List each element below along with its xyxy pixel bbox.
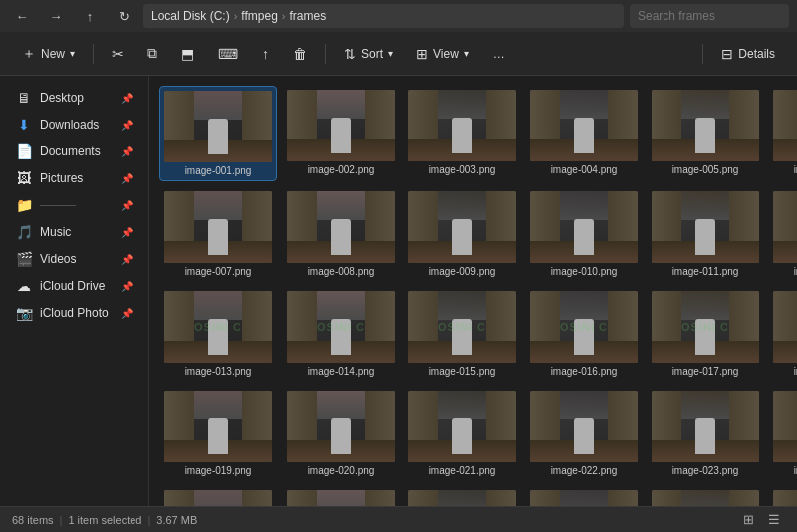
file-thumbnail: OSINI C: [652, 291, 759, 363]
file-thumbnail: [408, 191, 516, 263]
file-item[interactable]: image-026.png: [283, 486, 398, 506]
file-thumbnail: [530, 90, 638, 161]
file-item[interactable]: image-008.png: [283, 187, 398, 281]
file-name: image-011.png: [652, 266, 759, 277]
file-item[interactable]: image-025.png: [159, 486, 277, 506]
file-name: image-007.png: [163, 266, 273, 277]
icloud-drive-icon: ☁: [16, 278, 32, 294]
view-button[interactable]: ⊞ View ▾: [406, 38, 479, 70]
paste-icon: ⬒: [181, 46, 194, 62]
details-button[interactable]: ⊟ Details: [711, 38, 785, 70]
sidebar-item-pictures[interactable]: 🖼 Pictures 📌: [4, 165, 144, 191]
file-area[interactable]: image-001.png image-002.png im: [149, 76, 797, 506]
file-name: image-010.png: [530, 266, 638, 277]
toolbar: ＋ New ▾ ✂ ⧉ ⬒ ⌨ ↑ 🗑 ⇅ Sort ▾ ⊞ View ▾ … …: [0, 32, 797, 76]
file-thumbnail: [652, 90, 759, 161]
sidebar-item-blank[interactable]: 📁 ——— 📌: [4, 192, 144, 218]
file-thumbnail: [773, 391, 797, 462]
file-item[interactable]: image-006.png: [769, 86, 797, 181]
file-item[interactable]: image-007.png: [159, 187, 277, 281]
file-item[interactable]: OSINI C image-016.png: [526, 287, 642, 381]
file-thumbnail: OSINI C: [164, 291, 272, 363]
file-thumbnail: [164, 490, 272, 506]
file-item[interactable]: image-022.png: [526, 387, 642, 480]
breadcrumb-sep: ›: [234, 10, 238, 22]
refresh-button[interactable]: ↻: [110, 4, 137, 28]
file-item[interactable]: image-012.png: [769, 187, 797, 281]
paste-button[interactable]: ⬒: [171, 38, 204, 70]
file-thumbnail: [773, 191, 797, 263]
file-item[interactable]: image-027.png: [404, 486, 520, 506]
file-name: image-009.png: [408, 266, 516, 277]
file-thumbnail: [652, 391, 759, 462]
sidebar-item-documents[interactable]: 📄 Documents 📌: [4, 138, 144, 164]
delete-icon: 🗑: [293, 46, 307, 62]
file-item[interactable]: OSINI C image-015.png: [404, 287, 520, 381]
file-name: image-021.png: [408, 465, 516, 476]
rename-button[interactable]: ⌨: [208, 38, 248, 70]
toolbar-separator: [93, 44, 94, 64]
file-item[interactable]: OSINI C image-018.png: [769, 287, 797, 381]
file-thumbnail: [530, 191, 638, 263]
breadcrumb[interactable]: Local Disk (C:) › ffmpeg › frames: [143, 4, 624, 28]
file-item[interactable]: image-020.png: [283, 387, 398, 480]
toolbar-separator: [702, 44, 703, 64]
file-item[interactable]: OSINI C image-017.png: [648, 287, 763, 381]
new-button[interactable]: ＋ New ▾: [12, 38, 85, 70]
share-icon: ↑: [262, 46, 269, 62]
file-item[interactable]: image-021.png: [404, 387, 520, 480]
copy-button[interactable]: ⧉: [137, 38, 167, 70]
back-button[interactable]: ←: [8, 4, 36, 28]
file-thumbnail: [408, 490, 516, 506]
file-item[interactable]: image-011.png: [648, 187, 763, 281]
pin-icon: 📌: [121, 254, 133, 265]
pin-icon: 📌: [121, 227, 133, 238]
view-toggle: ⊞ ☰: [737, 509, 785, 531]
pin-icon: 📌: [121, 281, 133, 292]
file-item[interactable]: image-030.png: [769, 486, 797, 506]
file-thumbnail: [287, 90, 395, 161]
file-item[interactable]: image-002.png: [283, 86, 398, 181]
sidebar-item-icloud-photo[interactable]: 📷 iCloud Photo 📌: [4, 300, 144, 326]
file-item[interactable]: image-009.png: [404, 187, 520, 281]
search-input[interactable]: [630, 4, 789, 28]
file-name: image-020.png: [287, 465, 395, 476]
file-thumbnail: [652, 191, 759, 263]
sidebar-item-desktop[interactable]: 🖥 Desktop 📌: [4, 85, 144, 111]
share-button[interactable]: ↑: [252, 38, 279, 70]
file-item[interactable]: image-019.png: [159, 387, 277, 480]
file-item[interactable]: image-024.png: [769, 387, 797, 480]
up-button[interactable]: ↑: [76, 4, 104, 28]
file-thumbnail: [164, 391, 272, 462]
cut-button[interactable]: ✂: [102, 38, 133, 70]
item-count: 68 items: [12, 514, 54, 526]
sidebar-item-music[interactable]: 🎵 Music 📌: [4, 219, 144, 245]
file-item[interactable]: OSINI C image-014.png: [283, 287, 398, 381]
sidebar-item-icloud-drive[interactable]: ☁ iCloud Drive 📌: [4, 273, 144, 299]
delete-button[interactable]: 🗑: [283, 38, 317, 70]
more-button[interactable]: …: [483, 38, 515, 70]
file-thumbnail: [164, 91, 272, 162]
file-item[interactable]: image-029.png: [648, 486, 763, 506]
file-item[interactable]: image-010.png: [526, 187, 642, 281]
sidebar-item-videos[interactable]: 🎬 Videos 📌: [4, 246, 144, 272]
file-thumbnail: OSINI C: [773, 291, 797, 363]
breadcrumb-item: frames: [290, 9, 327, 23]
sort-button[interactable]: ⇅ Sort ▾: [334, 38, 402, 70]
grid-view-button[interactable]: ⊞: [737, 509, 759, 531]
file-item[interactable]: image-003.png: [404, 86, 520, 181]
file-thumbnail: [287, 490, 395, 506]
file-item[interactable]: image-001.png: [159, 86, 277, 181]
file-item[interactable]: image-004.png: [526, 86, 642, 181]
videos-icon: 🎬: [16, 251, 32, 267]
file-item[interactable]: OSINI C image-013.png: [159, 287, 277, 381]
forward-button[interactable]: →: [42, 4, 70, 28]
file-item[interactable]: image-023.png: [648, 387, 763, 480]
list-view-button[interactable]: ☰: [763, 509, 785, 531]
file-item[interactable]: image-005.png: [648, 86, 763, 181]
file-item[interactable]: image-028.png: [526, 486, 642, 506]
status-bar: 68 items | 1 item selected | 3.67 MB ⊞ ☰: [0, 506, 797, 532]
sidebar-item-downloads[interactable]: ⬇ Downloads 📌: [4, 112, 144, 137]
file-thumbnail: [408, 90, 516, 161]
file-thumbnail: OSINI C: [530, 291, 638, 363]
